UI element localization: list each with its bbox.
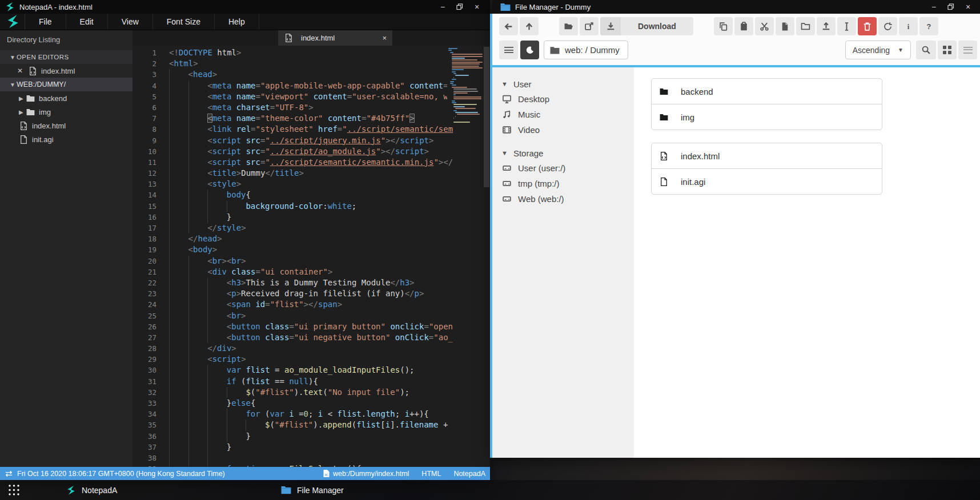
upload-button[interactable]: [817, 17, 836, 35]
file-name: init.agi: [681, 177, 705, 187]
grid-view-button[interactable]: [938, 41, 957, 59]
scrollbar-thumb[interactable]: [484, 47, 489, 187]
video-icon: [502, 125, 512, 135]
tab-close-icon[interactable]: ×: [382, 34, 387, 42]
new-file-icon: [780, 22, 790, 31]
copy-button[interactable]: [714, 17, 733, 35]
menu-edit[interactable]: Edit: [66, 14, 108, 30]
html-file-icon: [284, 33, 294, 43]
dark-mode-button[interactable]: [520, 41, 539, 59]
notepada-logo-icon: [0, 14, 25, 30]
taskbar-item-file-manager[interactable]: File Manager: [275, 480, 350, 500]
code-line-20: 20<br><br>: [132, 256, 490, 267]
minimize-icon[interactable]: −: [925, 1, 942, 13]
file-manager-window: File Manager - Dummy − × Downloadi? web:…: [492, 0, 980, 458]
sort-order-dropdown[interactable]: Ascending ▼: [845, 41, 911, 59]
file-list: backendimg index.htmlinit.agi: [634, 67, 980, 458]
close-icon[interactable]: ✕: [17, 67, 23, 75]
file-row-index.html[interactable]: index.html: [651, 143, 882, 169]
taskbar-item-notepada[interactable]: NotepadA: [60, 480, 123, 500]
tree-item-index.html[interactable]: index.html: [0, 119, 132, 132]
status-language[interactable]: HTML: [421, 470, 441, 478]
sidebar-group-user[interactable]: ▼User: [492, 76, 634, 91]
menu-view[interactable]: View: [108, 14, 153, 30]
restore-icon[interactable]: [451, 1, 468, 13]
section-workspace[interactable]: ▼WEB:/DUMMY/: [0, 78, 132, 91]
notepada-logo-icon: [66, 485, 76, 495]
download-button[interactable]: Download: [600, 17, 693, 35]
menu-file[interactable]: File: [25, 14, 66, 30]
code-editor[interactable]: 1<!DOCTYPE html>2<html>3<head>4<meta nam…: [132, 46, 490, 467]
code-line-5: 5<meta name="viewport" content="user-sca…: [132, 91, 490, 102]
trash-button[interactable]: [858, 17, 877, 35]
cut-button[interactable]: [755, 17, 774, 35]
open-editor-index.html[interactable]: ✕index.html: [0, 64, 132, 78]
new-folder-icon: [801, 22, 810, 31]
status-datetime: Fri Oct 16 2020 18:06:17 GMT+0800 (Hong …: [17, 470, 225, 478]
taskbar: NotepadA File Manager: [0, 480, 980, 500]
menu-help[interactable]: Help: [215, 14, 259, 30]
folder-icon: [550, 46, 560, 54]
list-view-button[interactable]: [958, 41, 977, 59]
code-line-39: 39function openFileSelector(){: [132, 463, 490, 467]
restore-icon[interactable]: [942, 1, 959, 13]
section-open-editors[interactable]: ▼OPEN EDITORS: [0, 50, 132, 64]
sidebar-item-web-web-[interactable]: Web (web:/): [492, 191, 634, 207]
path-breadcrumb[interactable]: web: / Dummy: [544, 41, 628, 59]
close-icon[interactable]: ×: [959, 1, 977, 13]
up-button[interactable]: [520, 17, 539, 35]
apps-grid-icon[interactable]: [8, 484, 20, 496]
editor-minimap[interactable]: [447, 47, 483, 124]
code-line-37: 37}: [132, 442, 490, 453]
folder-icon: [659, 87, 669, 96]
sidebar-item-desktop[interactable]: Desktop: [492, 91, 634, 107]
minimize-icon[interactable]: −: [434, 1, 451, 13]
close-icon[interactable]: ×: [468, 1, 485, 13]
paste-button[interactable]: [734, 17, 753, 35]
tab-index-html[interactable]: index.html ×: [278, 30, 392, 46]
back-button[interactable]: [499, 17, 518, 35]
file-icon: [659, 151, 669, 161]
taskbar-item-label: File Manager: [297, 486, 344, 495]
chevron-right-icon: ▶: [19, 109, 26, 115]
directory-listing-header: Directory Listing: [0, 30, 132, 50]
code-line-6: 6<meta charset="UTF-8">: [132, 102, 490, 113]
refresh-icon: [883, 22, 893, 31]
folder-open-button[interactable]: [559, 17, 578, 35]
tree-item-init.agi[interactable]: init.agi: [0, 132, 132, 146]
help-button[interactable]: ?: [919, 17, 938, 35]
sidebar-group-storage[interactable]: ▼Storage: [492, 146, 634, 160]
moon-icon: [525, 46, 535, 55]
rename-button[interactable]: [837, 17, 856, 35]
sidebar-item-music[interactable]: Music: [492, 107, 634, 122]
menu-hamburger-button[interactable]: [499, 41, 518, 59]
code-line-31: 31if (flist == null){: [132, 376, 490, 387]
file-icon: [659, 177, 669, 187]
external-button[interactable]: [580, 17, 599, 35]
search-button[interactable]: [916, 41, 936, 59]
code-line-29: 29<script>: [132, 354, 490, 365]
chevron-down-icon: ▼: [501, 150, 508, 156]
sidebar-item-user-user-[interactable]: User (user:/): [492, 160, 634, 176]
tree-item-backend[interactable]: ▶backend: [0, 91, 132, 105]
chevron-down-icon: ▼: [10, 82, 17, 88]
new-file-button[interactable]: [776, 17, 794, 35]
sidebar-item-tmp-tmp-[interactable]: tmp (tmp:/): [492, 176, 634, 191]
status-appname: NotepadA: [453, 470, 485, 478]
file-row-img[interactable]: img: [651, 104, 882, 130]
file-row-backend[interactable]: backend: [651, 78, 882, 104]
sidebar-item-video[interactable]: Video: [492, 122, 634, 138]
info-button[interactable]: i: [899, 17, 918, 35]
editor-scrollbar[interactable]: [483, 46, 490, 467]
code-line-23: 23<p>Received drag-in filelist (if any)<…: [132, 288, 490, 299]
tree-item-img[interactable]: ▶img: [0, 105, 132, 119]
code-line-38: 38: [132, 453, 490, 463]
refresh-button[interactable]: [878, 17, 897, 35]
notepada-titlebar: NotepadA - index.html − ×: [0, 0, 490, 14]
trash-icon: [862, 22, 872, 31]
file-row-init.agi[interactable]: init.agi: [651, 168, 882, 195]
new-folder-button[interactable]: [796, 17, 815, 35]
menu-font-size[interactable]: Font Size: [153, 14, 215, 30]
folder-blue-icon: [281, 486, 291, 494]
file-manager-titlebar: File Manager - Dummy − ×: [492, 0, 980, 14]
